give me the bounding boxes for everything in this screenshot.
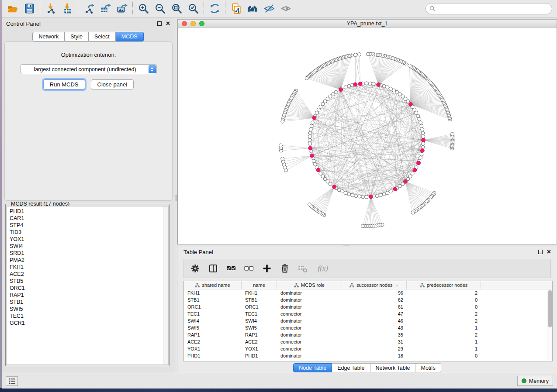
network-overview-button[interactable] [244,2,261,16]
column-header-MCDS-role[interactable]: MCDS role [277,281,342,289]
close-panel-button[interactable]: Close panel [91,79,134,89]
vertical-splitter[interactable] [174,18,177,373]
table-row[interactable]: ACE2ACE2connector311 [184,338,552,345]
main-toolbar [2,0,557,17]
column-header-successor-nodes[interactable]: successor nodes⌄ [342,281,407,289]
table-row[interactable]: ORC1ORC1dominator610 [184,303,552,310]
table-row[interactable]: RAP1RAP1dominator352 [184,331,552,338]
result-list-item[interactable]: TID3 [10,229,162,236]
toolbar-separator [40,2,40,15]
result-list-item[interactable]: ORC1 [10,285,162,292]
column-header-predecessor-nodes[interactable]: predecessor nodes [407,281,481,289]
result-list-item[interactable]: STP4 [10,222,162,229]
table-cell: ORC1 [184,304,242,309]
zoom-fit-button[interactable] [168,2,185,16]
table-scrollbar[interactable] [547,289,552,361]
table-cell: ACE2 [184,339,242,344]
criterion-select[interactable]: largest connected component (undirected) [21,64,157,74]
table-cell: dominator [277,353,342,358]
result-list-item[interactable]: FKH1 [10,264,162,271]
zoom-selected-button[interactable] [185,2,201,16]
refresh-network-button[interactable] [206,2,223,16]
hide-panel-button[interactable] [261,2,277,16]
result-list-item[interactable]: SWI4 [10,243,162,250]
table-row[interactable]: SWI4SWI4dominator462 [184,317,552,324]
control-panel-tabs: NetworkStyleSelectMCDS [2,32,174,41]
tab-style[interactable]: Style [65,32,89,41]
result-list-item[interactable]: PMA2 [10,257,162,264]
node-table-body: FKH1FKH1dominator962STB1STB1dominator620… [184,289,552,359]
memory-label: Memory [529,378,549,384]
float-panel-icon[interactable] [157,21,162,26]
tab-network[interactable]: Network [32,32,65,41]
desktop-wallpaper [0,388,557,392]
table-row[interactable]: PHD1PHD1dominator180 [184,352,552,359]
column-header-shared-name[interactable]: shared name [184,281,242,289]
column-header-name[interactable]: name [242,281,277,289]
network-canvas[interactable] [177,28,557,244]
tab-node-table[interactable]: Node Table [293,363,332,372]
network-window-titlebar[interactable]: YPA_prune.txt_1 [177,19,557,28]
toolbar-separator [78,2,78,15]
result-list-item[interactable]: RAP1 [10,292,162,299]
search-field[interactable] [426,3,552,14]
table-row[interactable]: FKH1FKH1dominator962 [184,289,552,296]
tab-select[interactable]: Select [89,32,116,41]
save-session-button[interactable] [21,2,38,16]
result-list-item[interactable]: SRD1 [10,250,162,257]
search-input[interactable] [436,6,548,12]
table-toolbar: f(x) [183,259,551,278]
table-cell: 0 [407,304,481,309]
deselect-all-button[interactable] [244,263,254,274]
clone-network-button[interactable] [228,2,244,16]
result-list-item[interactable]: CAR1 [10,215,162,222]
show-panel-button[interactable] [277,2,294,16]
task-history-button[interactable] [6,376,18,386]
column-header-filler [481,281,552,289]
table-cell: ORC1 [242,304,277,309]
zoom-in-button[interactable] [135,2,152,16]
table-row[interactable]: YOX1YOX1connector291 [184,345,552,352]
result-list-item[interactable]: STB5 [10,278,162,285]
table-row[interactable]: SWI5SWI5connector431 [184,324,552,331]
tab-mcds[interactable]: MCDS [116,32,144,41]
export-table-button[interactable] [97,2,114,16]
table-scrollbar-thumb[interactable] [548,290,552,327]
tab-motifs[interactable]: Motifs [415,363,441,372]
run-mcds-button[interactable]: Run MCDS [43,79,85,89]
result-list-item[interactable]: GCR1 [10,320,162,327]
result-list-scrollbar[interactable] [163,206,168,364]
zoom-out-button[interactable] [152,2,168,16]
tab-network-table[interactable]: Network Table [370,363,416,372]
mcds-result-list[interactable]: PHD1CAR1STP4TID3YOX1SWI4SRD1PMA2FKH1ACE2… [7,206,169,365]
zoom-in-icon [138,3,149,14]
export-network-button[interactable] [80,2,97,16]
table-mode-gear-button[interactable] [190,263,201,274]
table-cell: 0 [407,297,481,303]
result-list-item[interactable]: ACE2 [10,271,162,278]
show-columns-button[interactable] [208,263,218,274]
delete-columns-button[interactable] [280,263,290,274]
delete-columns-icon [280,264,290,273]
result-list-item[interactable]: STB1 [10,299,162,306]
open-file-button[interactable] [4,2,21,16]
table-cell: 0 [407,353,481,358]
memory-button[interactable]: Memory [517,376,553,386]
result-list-item[interactable]: PHD1 [10,208,162,215]
tab-edge-table[interactable]: Edge Table [332,363,370,372]
add-column-button[interactable] [262,263,272,274]
import-network-button[interactable] [42,2,59,16]
table-row[interactable]: STB1STB1dominator620 [184,296,552,303]
close-table-panel-icon[interactable]: × [547,250,551,254]
result-list-item[interactable]: TEC1 [10,313,162,320]
result-list-item[interactable]: YOX1 [10,236,162,243]
float-table-panel-icon[interactable] [538,250,543,254]
select-all-button[interactable] [226,263,236,274]
toolbar-separator [204,2,204,15]
table-row[interactable]: TEC1TEC1connector472 [184,310,552,317]
result-list-item[interactable]: SWI5 [10,306,162,313]
export-image-button[interactable] [114,2,130,16]
import-table-button[interactable] [59,2,76,16]
table-cell: 2 [407,290,481,296]
close-panel-icon[interactable]: × [166,21,170,26]
